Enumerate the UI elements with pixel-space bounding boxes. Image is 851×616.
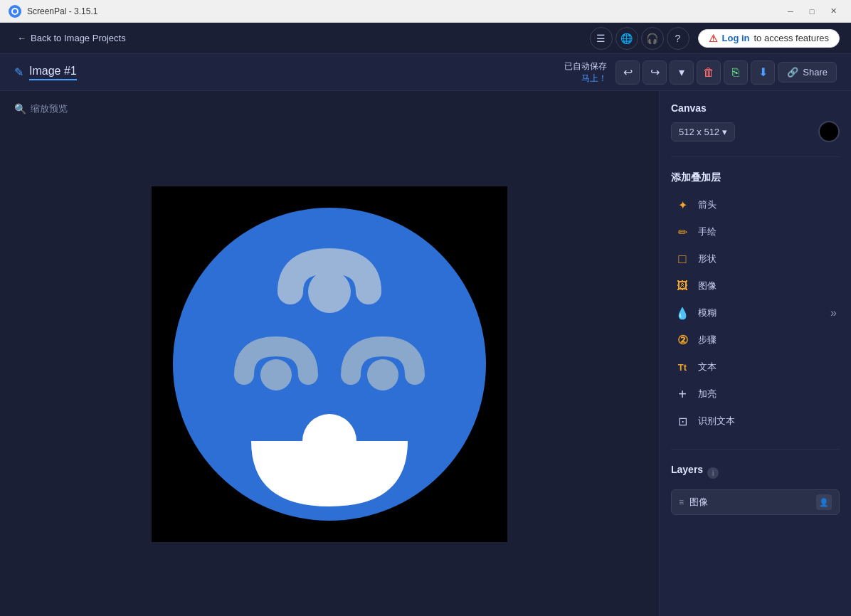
login-suffix: to access features [754, 33, 830, 43]
app-logo [9, 5, 21, 18]
share-button[interactable]: 🔗 Share [778, 62, 837, 83]
text-overlay-label: 文本 [698, 361, 717, 373]
warning-icon: ⚠ [709, 33, 718, 44]
download-icon: ⬇ [758, 65, 768, 79]
canvas-section-title: Canvas [671, 102, 840, 114]
svg-point-5 [260, 359, 292, 391]
layer-name: 图像 [689, 496, 708, 509]
login-banner[interactable]: ⚠ Log in to access features [698, 29, 840, 48]
back-arrow-icon: ← [17, 33, 26, 43]
freehand-overlay-icon: ✏ [674, 223, 691, 240]
right-panel: Canvas 512 x 512 ▾ 添加叠加层 ✦ 箭头 [659, 91, 851, 616]
layers-section: Layers i ≡ 图像 👤 [671, 464, 840, 515]
overlay-item-freehand[interactable]: ✏ 手绘 [671, 218, 828, 245]
brighten-overlay-label: 加亮 [698, 388, 717, 400]
canvas-size-selector[interactable]: 512 x 512 ▾ [671, 122, 735, 142]
text-overlay-icon: Tt [674, 359, 691, 376]
app-title: ScreenPal - 3.15.1 [27, 6, 776, 16]
layer-type-icon: 👤 [816, 494, 832, 510]
overlay-item-text[interactable]: Tt 文本 [671, 354, 828, 381]
canvas-area: 🔍 缩放预览 [0, 91, 659, 616]
image-overlay-icon: 🖼 [674, 277, 691, 294]
redo-icon: ↪ [650, 65, 660, 79]
blur-overlay-label: 模糊 [698, 307, 717, 319]
overlay-item-step[interactable]: ② 步骤 [671, 326, 828, 354]
divider-1 [671, 156, 840, 157]
ocr-overlay-label: 识别文本 [698, 415, 735, 428]
overlay-item-brighten[interactable]: + 加亮 [671, 381, 828, 408]
overlay-item-image[interactable]: 🖼 图像 [671, 272, 828, 299]
svg-point-1 [13, 9, 17, 14]
overlay-list: ✦ 箭头 ✏ 手绘 □ 形状 🖼 图像 [671, 191, 828, 435]
layers-title-row: Layers i [671, 464, 840, 482]
canvas-image[interactable] [152, 186, 507, 542]
language-button[interactable]: 🌐 [615, 27, 638, 50]
expand-panel-icon[interactable]: » [828, 304, 840, 322]
overlay-item-blur[interactable]: 💧 模糊 [671, 299, 828, 326]
help-icon: ? [675, 33, 681, 44]
delete-button[interactable]: 🗑 [697, 60, 721, 85]
blur-overlay-icon: 💧 [674, 304, 691, 322]
zoom-icon: 🔍 [14, 103, 26, 115]
back-button[interactable]: ← Back to Image Projects [11, 30, 132, 46]
layer-drag-handle[interactable]: ≡ [679, 497, 684, 507]
titlebar: ScreenPal - 3.15.1 ─ □ ✕ [0, 0, 851, 23]
layer-item-left: ≡ 图像 [679, 496, 708, 509]
edit-icon: ✎ [14, 65, 23, 79]
back-label: Back to Image Projects [31, 33, 126, 43]
overlay-item-shape[interactable]: □ 形状 [671, 245, 828, 272]
ocr-overlay-icon: ⊡ [674, 413, 691, 430]
maximize-button[interactable]: □ [803, 4, 821, 19]
menu-button[interactable]: ☰ [590, 27, 613, 50]
autosave-bottom-text: 马上！ [564, 73, 607, 85]
person-icon: 👤 [819, 498, 829, 507]
step-overlay-label: 步骤 [698, 334, 717, 346]
globe-icon: 🌐 [620, 33, 633, 44]
layers-section-title: Layers [671, 464, 703, 475]
autosave-top-text: 已自动保存 [564, 60, 607, 73]
toolbar-actions: ↩ ↪ ▾ 🗑 ⎘ ⬇ 🔗 Share [615, 60, 837, 85]
copy-button[interactable]: ⎘ [724, 60, 748, 85]
window-controls: ─ □ ✕ [781, 4, 842, 19]
overlay-item-arrow[interactable]: ✦ 箭头 [671, 191, 828, 218]
editor-main: 🔍 缩放预览 [0, 91, 851, 616]
zoom-bar: 🔍 缩放预览 [14, 102, 645, 115]
arrow-overlay-label: 箭头 [698, 198, 717, 211]
undo-icon: ↩ [623, 65, 633, 79]
canvas-section: Canvas 512 x 512 ▾ [671, 102, 840, 142]
editor-title-row: ✎ Image #1 [14, 65, 77, 80]
brighten-overlay-icon: + [674, 386, 691, 403]
share-link-icon: 🔗 [787, 67, 798, 78]
history-dropdown-button[interactable]: ▾ [670, 60, 694, 85]
download-button[interactable]: ⬇ [751, 60, 775, 85]
nav-icon-group: ☰ 🌐 🎧 ? [590, 27, 689, 50]
delete-icon: 🗑 [703, 66, 714, 79]
menu-icon: ☰ [596, 33, 606, 44]
minimize-button[interactable]: ─ [781, 4, 800, 19]
arrow-overlay-icon: ✦ [674, 196, 691, 213]
help-button[interactable]: ? [667, 27, 689, 50]
audio-button[interactable]: 🎧 [641, 27, 664, 50]
layer-item[interactable]: ≡ 图像 👤 [671, 489, 840, 515]
svg-point-6 [367, 359, 398, 391]
redo-button[interactable]: ↪ [643, 60, 667, 85]
overlay-section: 添加叠加层 ✦ 箭头 ✏ 手绘 □ 形状 [671, 171, 840, 435]
freehand-overlay-label: 手绘 [698, 225, 717, 238]
overlay-item-ocr[interactable]: ⊡ 识别文本 [671, 408, 828, 435]
close-button[interactable]: ✕ [824, 4, 842, 19]
overlay-list-row: ✦ 箭头 ✏ 手绘 □ 形状 🖼 图像 [671, 191, 840, 435]
canvas-container[interactable] [14, 124, 645, 605]
canvas-color-picker[interactable] [818, 121, 840, 142]
autosave-area: 已自动保存 马上！ [564, 60, 607, 85]
canvas-size-label: 512 x 512 [679, 127, 719, 137]
image-overlay-label: 图像 [698, 280, 717, 292]
svg-point-4 [308, 270, 351, 313]
size-dropdown-arrow: ▾ [722, 127, 727, 137]
step-overlay-icon: ② [674, 331, 691, 349]
divider-2 [671, 449, 840, 450]
shape-overlay-icon: □ [674, 250, 691, 267]
login-link[interactable]: Log in [722, 33, 750, 43]
editor-header: ✎ Image #1 已自动保存 马上！ ↩ ↪ ▾ 🗑 ⎘ ⬇ 🔗 Share [0, 54, 851, 91]
undo-button[interactable]: ↩ [615, 60, 640, 85]
share-label: Share [803, 67, 828, 78]
